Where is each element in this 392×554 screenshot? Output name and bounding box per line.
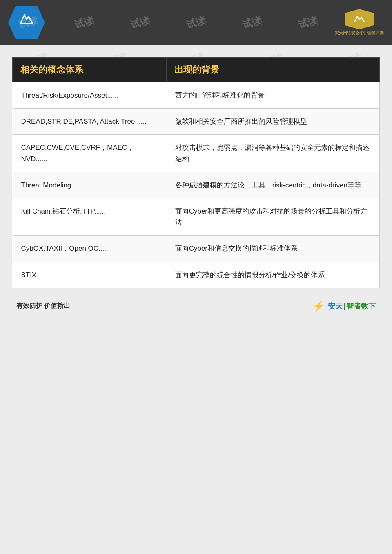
concept-table: 相关的概念体系 出现的背景 Threat/Risk/Exposure/Asset… — [12, 57, 380, 288]
footer-divider: | — [343, 302, 345, 310]
table-cell-background: 面向Cyber和更高强度的攻击和对抗的场景的分析工具和分析方法 — [167, 198, 379, 235]
badge-label: 安天网络安全冬训营第四期 — [335, 30, 384, 36]
logo-icon — [18, 11, 35, 27]
table-row: Kill Chain,钻石分析,TTP......面向Cyber和更高强度的攻击… — [13, 198, 379, 235]
header: ANTIY 试读 试读 试读 试读 试读 试读 试读 安天网络安全冬训营第四期 — [0, 0, 392, 45]
antiy-label: ANTIY — [18, 29, 35, 34]
col1-header: 相关的概念体系 — [13, 58, 167, 82]
table-cell-background: 对攻击模式，脆弱点，漏洞等各种基础的安全元素的标定和描述结构 — [167, 135, 379, 172]
table-cell-concept: CAPEC,CWE,CVE,CVRF，MAEC，NVD...... — [13, 135, 167, 172]
col2-header: 出现的背景 — [167, 58, 379, 82]
table-row: Threat Modeling各种威胁建模的方法论，工具，risk-centri… — [13, 172, 379, 198]
table-row: CAPEC,CWE,CVE,CVRF，MAEC，NVD......对攻击模式，脆… — [13, 135, 379, 172]
antiy-logo: ANTIY — [8, 6, 45, 39]
main-content: 试读 试读 试读 试读 试读 试读 试读 试读 试读 试读 试读 试读 试读 试… — [0, 45, 392, 554]
footer-antiy-name: 安天 — [328, 301, 343, 311]
table-row: Threat/Risk/Exposure/Asset......西方的IT管理和… — [13, 82, 379, 109]
table-row: DREAD,STRIDE,PASTA, Attack Tree......微软和… — [13, 109, 379, 135]
footer-slogan: 有效防护 价值输出 — [16, 302, 70, 310]
table-cell-concept: Threat Modeling — [13, 172, 167, 198]
table-row: CybOX,TAXII，OpenIOC.......面向Cyber和信息交换的描… — [13, 236, 379, 262]
footer-lightning-icon: ⚡ — [312, 300, 325, 312]
header-right-logo: 安天网络安全冬训营第四期 — [335, 9, 384, 36]
header-watermark: 试读 试读 试读 试读 试读 试读 试读 — [0, 0, 392, 45]
badge-icon — [345, 9, 374, 29]
table-cell-concept: CybOX,TAXII，OpenIOC....... — [13, 236, 167, 262]
table-cell-background: 面向更完整的综合性的情报分析/作业/交换的体系 — [167, 262, 379, 288]
table-cell-concept: Threat/Risk/Exposure/Asset...... — [13, 82, 167, 109]
table-cell-concept: DREAD,STRIDE,PASTA, Attack Tree...... — [13, 109, 167, 135]
footer-slogan-text: 智者数下 — [346, 301, 376, 311]
table-cell-background: 面向Cyber和信息交换的描述和标准体系 — [167, 236, 379, 262]
table-cell-concept: Kill Chain,钻石分析,TTP...... — [13, 198, 167, 235]
table-row: STIX面向更完整的综合性的情报分析/作业/交换的体系 — [13, 262, 379, 288]
footer-brand: 安天 | 智者数下 — [328, 301, 376, 311]
footer-logo-area: ⚡ 安天 | 智者数下 — [312, 300, 376, 312]
table-cell-background: 西方的IT管理和标准化的背景 — [167, 82, 379, 109]
badge-svg — [353, 13, 365, 25]
table-cell-concept: STIX — [13, 262, 167, 288]
footer: 有效防护 价值输出 ⚡ 安天 | 智者数下 — [12, 292, 380, 316]
table-cell-background: 微软和相关安全厂商所推出的风险管理模型 — [167, 109, 379, 135]
table-cell-background: 各种威胁建模的方法论，工具，risk-centric，data-driven等等 — [167, 172, 379, 198]
table-header-row: 相关的概念体系 出现的背景 — [13, 58, 379, 82]
